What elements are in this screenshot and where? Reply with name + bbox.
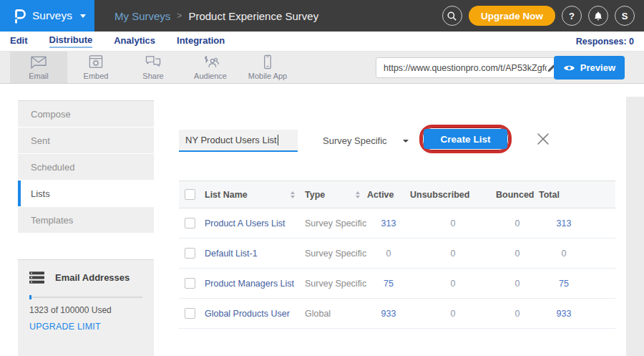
surveys-dropdown-caret-icon (80, 14, 86, 18)
close-icon[interactable] (537, 133, 550, 145)
total-count: 0 (539, 239, 589, 269)
tab-distribute[interactable]: Distribute (49, 34, 93, 48)
list-type: Survey Specific (305, 269, 367, 299)
active-count[interactable]: 933 (367, 299, 410, 329)
highlight-annotation-ring: Create List (419, 125, 512, 153)
right-gutter (626, 97, 644, 356)
table-row: Default List-1 Survey Specific 0 0 0 0 (179, 239, 615, 269)
search-button[interactable] (442, 6, 462, 26)
responses-count: Responses: 0 (576, 37, 634, 47)
list-type-select[interactable]: Survey Specific (323, 130, 409, 152)
list-type-selected-value: Survey Specific (323, 135, 387, 146)
select-all-checkbox[interactable] (185, 189, 195, 200)
row-checkbox[interactable] (185, 308, 195, 319)
column-list-name: List Name (205, 190, 248, 200)
usage-progress-bar (29, 297, 142, 298)
list-type: Survey Specific (305, 239, 367, 269)
row-checkbox[interactable] (185, 278, 195, 289)
breadcrumb-my-surveys-link[interactable]: My Surveys (114, 10, 170, 22)
distribute-toolbar: Email Embed Share Audience (0, 52, 644, 84)
toolbar-tab-share-label: Share (142, 72, 163, 80)
list-name-link[interactable]: Product Managers List (205, 269, 305, 299)
questionpro-logo (13, 7, 26, 25)
tab-edit[interactable]: Edit (10, 35, 28, 47)
toolbar-tab-embed[interactable]: Embed (67, 52, 125, 83)
list-type: Global (305, 299, 367, 329)
avatar[interactable]: S (615, 6, 635, 26)
surveys-product-dropdown[interactable]: Surveys (0, 0, 94, 32)
preview-button-label: Preview (580, 62, 615, 73)
unsubscribed-count: 0 (410, 208, 496, 239)
preview-button[interactable]: Preview (554, 56, 625, 80)
toolbar-tab-audience-label: Audience (194, 72, 227, 80)
active-count[interactable]: 313 (367, 208, 410, 239)
column-unsubscribed: Unsubscribed (410, 181, 496, 208)
toolbar-tab-mobile-app[interactable]: Mobile App (239, 52, 296, 83)
list-name-link[interactable]: Global Products User (205, 299, 305, 329)
eye-icon (563, 64, 575, 72)
column-type: Type (305, 190, 325, 200)
survey-url-field[interactable]: https://www.questionpro.com/t/AP53kZgfo (376, 57, 563, 78)
list-type: Survey Specific (305, 208, 367, 239)
bell-icon (593, 11, 603, 21)
embed-icon (87, 54, 105, 69)
help-button[interactable]: ? (562, 6, 582, 26)
list-name-link[interactable]: Default List-1 (205, 239, 305, 269)
top-header: Surveys My Surveys > Product Experience … (0, 0, 644, 32)
mobile-app-icon (258, 54, 277, 69)
upgrade-limit-link[interactable]: UPGRADE LIMIT (29, 322, 142, 332)
usage-progress-value (29, 295, 31, 299)
search-icon (447, 11, 457, 21)
select-caret-icon (403, 140, 409, 143)
email-addresses-header: Email Addresses (29, 271, 142, 284)
active-count[interactable]: 75 (367, 269, 410, 299)
usage-text: 1323 of 100000 Used (29, 305, 142, 315)
upgrade-now-button[interactable]: Upgrade Now (469, 6, 555, 26)
total-count[interactable]: 933 (539, 299, 589, 329)
help-icon: ? (569, 11, 575, 21)
list-server-icon (29, 271, 44, 284)
toolbar-tab-mobile-app-label: Mobile App (248, 72, 287, 80)
email-addresses-panel: Email Addresses 1323 of 100000 Used UPGR… (18, 259, 154, 356)
list-name-link[interactable]: Product A Users List (205, 208, 305, 239)
toolbar-tab-share[interactable]: Share (125, 52, 182, 83)
email-icon (29, 54, 48, 69)
total-count[interactable]: 313 (539, 208, 589, 239)
sidebar-item-lists[interactable]: Lists (18, 181, 154, 206)
sort-icon-list-name[interactable] (291, 191, 295, 198)
list-name-input[interactable]: NY Product Users List (179, 130, 298, 152)
column-total: Total (539, 181, 589, 208)
breadcrumb-current-survey: Product Experience Survey (188, 10, 318, 22)
column-bounced: Bounced (496, 181, 539, 208)
sidebar-item-compose[interactable]: Compose (18, 101, 154, 127)
unsubscribed-count: 0 (410, 239, 496, 269)
table-header-row: List Name Type Active Unsubscribed Bounc… (179, 181, 615, 208)
product-name: Surveys (32, 9, 72, 22)
list-name-input-value: NY Product Users List (185, 135, 277, 145)
toolbar-tab-audience[interactable]: Audience (182, 52, 239, 83)
toolbar-tab-email-label: Email (29, 72, 49, 80)
unsubscribed-count: 0 (410, 269, 496, 299)
total-count[interactable]: 75 (539, 269, 589, 299)
email-lists-table: List Name Type Active Unsubscribed Bounc… (179, 181, 615, 329)
create-list-button[interactable]: Create List (424, 129, 507, 149)
share-icon (144, 54, 162, 69)
avatar-initial: S (622, 11, 628, 21)
email-sidebar: Compose Sent Scheduled Lists Templates (18, 100, 154, 234)
lists-content: NY Product Users List Survey Specific Cr… (163, 100, 626, 356)
column-active: Active (367, 181, 410, 208)
sidebar-item-templates[interactable]: Templates (18, 207, 154, 233)
sort-icon-type[interactable] (356, 191, 360, 198)
header-actions: Upgrade Now ? S (442, 6, 644, 26)
sidebar-item-scheduled[interactable]: Scheduled (18, 154, 154, 180)
active-count: 0 (367, 239, 410, 269)
email-addresses-title: Email Addresses (55, 272, 130, 283)
row-checkbox[interactable] (185, 248, 195, 259)
toolbar-tab-email[interactable]: Email (10, 52, 67, 83)
toolbar-tab-embed-label: Embed (84, 72, 109, 80)
row-checkbox[interactable] (185, 218, 195, 228)
tab-integration[interactable]: Integration (177, 35, 225, 47)
tab-analytics[interactable]: Analytics (114, 35, 155, 47)
notifications-button[interactable] (588, 6, 608, 26)
sidebar-item-sent[interactable]: Sent (18, 128, 154, 153)
